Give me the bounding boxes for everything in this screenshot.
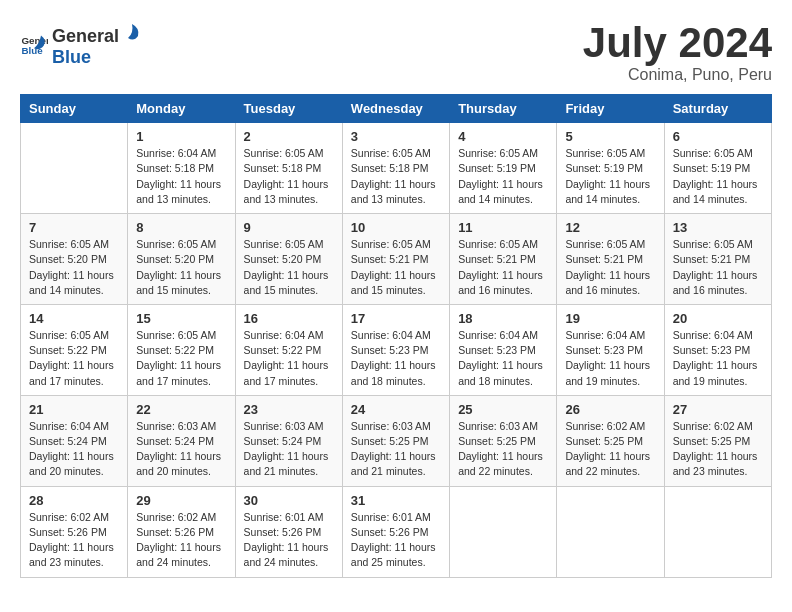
logo-blue-text: Blue [52,47,91,67]
day-number: 9 [244,220,334,235]
weekday-header-sunday: Sunday [21,95,128,123]
day-number: 2 [244,129,334,144]
calendar-cell: 15Sunrise: 6:05 AMSunset: 5:22 PMDayligh… [128,304,235,395]
calendar-cell: 20Sunrise: 6:04 AMSunset: 5:23 PMDayligh… [664,304,771,395]
calendar-table: SundayMondayTuesdayWednesdayThursdayFrid… [20,94,772,577]
day-info: Sunrise: 6:05 AMSunset: 5:20 PMDaylight:… [29,237,119,298]
day-number: 6 [673,129,763,144]
calendar-cell: 27Sunrise: 6:02 AMSunset: 5:25 PMDayligh… [664,395,771,486]
calendar-cell: 4Sunrise: 6:05 AMSunset: 5:19 PMDaylight… [450,123,557,214]
day-info: Sunrise: 6:05 AMSunset: 5:22 PMDaylight:… [29,328,119,389]
day-number: 18 [458,311,548,326]
location-title: Conima, Puno, Peru [583,66,772,84]
calendar-cell [450,486,557,577]
calendar-cell: 9Sunrise: 6:05 AMSunset: 5:20 PMDaylight… [235,214,342,305]
calendar-cell: 24Sunrise: 6:03 AMSunset: 5:25 PMDayligh… [342,395,449,486]
day-number: 11 [458,220,548,235]
calendar-week-row: 1Sunrise: 6:04 AMSunset: 5:18 PMDaylight… [21,123,772,214]
weekday-header-row: SundayMondayTuesdayWednesdayThursdayFrid… [21,95,772,123]
weekday-header-thursday: Thursday [450,95,557,123]
day-number: 30 [244,493,334,508]
day-info: Sunrise: 6:04 AMSunset: 5:22 PMDaylight:… [244,328,334,389]
day-number: 28 [29,493,119,508]
weekday-header-friday: Friday [557,95,664,123]
calendar-cell: 2Sunrise: 6:05 AMSunset: 5:18 PMDaylight… [235,123,342,214]
day-number: 27 [673,402,763,417]
calendar-cell: 23Sunrise: 6:03 AMSunset: 5:24 PMDayligh… [235,395,342,486]
day-info: Sunrise: 6:02 AMSunset: 5:26 PMDaylight:… [136,510,226,571]
day-info: Sunrise: 6:02 AMSunset: 5:26 PMDaylight:… [29,510,119,571]
day-info: Sunrise: 6:05 AMSunset: 5:19 PMDaylight:… [565,146,655,207]
calendar-cell: 18Sunrise: 6:04 AMSunset: 5:23 PMDayligh… [450,304,557,395]
day-number: 21 [29,402,119,417]
weekday-header-saturday: Saturday [664,95,771,123]
page-header: General Blue General Blue July 2024 Coni… [20,20,772,84]
logo-icon: General Blue [20,30,48,58]
calendar-cell: 14Sunrise: 6:05 AMSunset: 5:22 PMDayligh… [21,304,128,395]
day-number: 20 [673,311,763,326]
calendar-cell [21,123,128,214]
day-info: Sunrise: 6:05 AMSunset: 5:20 PMDaylight:… [244,237,334,298]
calendar-cell: 22Sunrise: 6:03 AMSunset: 5:24 PMDayligh… [128,395,235,486]
logo-arrow-icon [120,20,142,42]
calendar-cell: 1Sunrise: 6:04 AMSunset: 5:18 PMDaylight… [128,123,235,214]
calendar-cell: 8Sunrise: 6:05 AMSunset: 5:20 PMDaylight… [128,214,235,305]
day-info: Sunrise: 6:04 AMSunset: 5:23 PMDaylight:… [565,328,655,389]
logo-general-text: General [52,26,119,47]
calendar-cell: 10Sunrise: 6:05 AMSunset: 5:21 PMDayligh… [342,214,449,305]
weekday-header-monday: Monday [128,95,235,123]
calendar-week-row: 14Sunrise: 6:05 AMSunset: 5:22 PMDayligh… [21,304,772,395]
calendar-cell: 17Sunrise: 6:04 AMSunset: 5:23 PMDayligh… [342,304,449,395]
day-number: 4 [458,129,548,144]
day-info: Sunrise: 6:05 AMSunset: 5:21 PMDaylight:… [565,237,655,298]
day-number: 23 [244,402,334,417]
day-info: Sunrise: 6:03 AMSunset: 5:24 PMDaylight:… [244,419,334,480]
day-info: Sunrise: 6:04 AMSunset: 5:23 PMDaylight:… [458,328,548,389]
logo: General Blue General Blue [20,20,143,68]
calendar-cell: 12Sunrise: 6:05 AMSunset: 5:21 PMDayligh… [557,214,664,305]
day-number: 10 [351,220,441,235]
calendar-cell: 5Sunrise: 6:05 AMSunset: 5:19 PMDaylight… [557,123,664,214]
day-info: Sunrise: 6:03 AMSunset: 5:25 PMDaylight:… [351,419,441,480]
title-area: July 2024 Conima, Puno, Peru [583,20,772,84]
calendar-week-row: 28Sunrise: 6:02 AMSunset: 5:26 PMDayligh… [21,486,772,577]
day-info: Sunrise: 6:05 AMSunset: 5:21 PMDaylight:… [458,237,548,298]
calendar-cell: 28Sunrise: 6:02 AMSunset: 5:26 PMDayligh… [21,486,128,577]
day-info: Sunrise: 6:05 AMSunset: 5:18 PMDaylight:… [244,146,334,207]
calendar-cell: 6Sunrise: 6:05 AMSunset: 5:19 PMDaylight… [664,123,771,214]
day-number: 15 [136,311,226,326]
calendar-week-row: 21Sunrise: 6:04 AMSunset: 5:24 PMDayligh… [21,395,772,486]
day-info: Sunrise: 6:03 AMSunset: 5:24 PMDaylight:… [136,419,226,480]
day-number: 7 [29,220,119,235]
weekday-header-wednesday: Wednesday [342,95,449,123]
day-info: Sunrise: 6:01 AMSunset: 5:26 PMDaylight:… [244,510,334,571]
day-info: Sunrise: 6:05 AMSunset: 5:19 PMDaylight:… [458,146,548,207]
day-number: 19 [565,311,655,326]
day-number: 26 [565,402,655,417]
month-title: July 2024 [583,20,772,66]
calendar-cell: 26Sunrise: 6:02 AMSunset: 5:25 PMDayligh… [557,395,664,486]
day-info: Sunrise: 6:05 AMSunset: 5:20 PMDaylight:… [136,237,226,298]
day-info: Sunrise: 6:05 AMSunset: 5:21 PMDaylight:… [351,237,441,298]
calendar-cell: 13Sunrise: 6:05 AMSunset: 5:21 PMDayligh… [664,214,771,305]
day-info: Sunrise: 6:05 AMSunset: 5:22 PMDaylight:… [136,328,226,389]
calendar-cell [557,486,664,577]
day-info: Sunrise: 6:05 AMSunset: 5:19 PMDaylight:… [673,146,763,207]
day-info: Sunrise: 6:04 AMSunset: 5:18 PMDaylight:… [136,146,226,207]
calendar-week-row: 7Sunrise: 6:05 AMSunset: 5:20 PMDaylight… [21,214,772,305]
day-number: 17 [351,311,441,326]
day-number: 22 [136,402,226,417]
calendar-cell: 16Sunrise: 6:04 AMSunset: 5:22 PMDayligh… [235,304,342,395]
day-number: 24 [351,402,441,417]
day-info: Sunrise: 6:04 AMSunset: 5:24 PMDaylight:… [29,419,119,480]
day-info: Sunrise: 6:05 AMSunset: 5:21 PMDaylight:… [673,237,763,298]
day-number: 14 [29,311,119,326]
calendar-cell: 19Sunrise: 6:04 AMSunset: 5:23 PMDayligh… [557,304,664,395]
day-number: 29 [136,493,226,508]
day-info: Sunrise: 6:04 AMSunset: 5:23 PMDaylight:… [673,328,763,389]
day-number: 1 [136,129,226,144]
day-info: Sunrise: 6:04 AMSunset: 5:23 PMDaylight:… [351,328,441,389]
day-number: 25 [458,402,548,417]
calendar-cell: 21Sunrise: 6:04 AMSunset: 5:24 PMDayligh… [21,395,128,486]
day-number: 13 [673,220,763,235]
